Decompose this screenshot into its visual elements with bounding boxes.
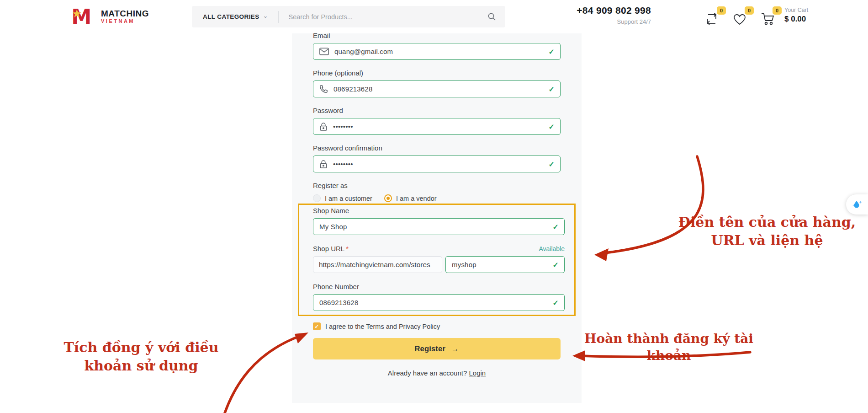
valid-check-icon: ✓ xyxy=(553,298,559,307)
categories-label: ALL CATEGORIES xyxy=(203,13,259,20)
compare-count-badge: 0 xyxy=(717,6,726,15)
shop-url-label: Shop URL xyxy=(313,245,344,252)
cart-total: $ 0.00 xyxy=(784,15,808,24)
chevron-down-icon: ⌄ xyxy=(263,12,268,19)
shop-url-field-group: Shop URL* Available https://matchingviet… xyxy=(313,245,565,273)
phone-icon xyxy=(319,85,328,93)
cart-button[interactable]: 0 xyxy=(761,9,782,26)
annotation-shop-fields: Điền tên của cửa hàng, URL và liện hệ xyxy=(666,213,868,249)
email-field[interactable]: ✓ xyxy=(313,43,561,60)
terms-row[interactable]: ✓ I agree to the Terms and Privacy Polic… xyxy=(313,322,561,330)
logo[interactable]: M MATCHING VIETNAM xyxy=(71,5,149,27)
email-input[interactable] xyxy=(334,48,545,55)
radio-vendor-label: I am a vendor xyxy=(396,195,437,202)
radio-customer-circle[interactable] xyxy=(313,194,321,202)
email-field-group: Email ✓ xyxy=(313,33,561,60)
search-bar: ALL CATEGORIES ⌄ xyxy=(192,6,505,27)
phone-label: Phone (optional) xyxy=(313,69,561,77)
shop-name-field[interactable]: ✓ xyxy=(313,218,565,235)
compare-icon xyxy=(705,13,719,26)
cart-info[interactable]: Your Cart $ 0.00 xyxy=(784,7,808,24)
radio-vendor[interactable]: I am a vendor xyxy=(384,194,437,202)
shop-phone-input[interactable] xyxy=(319,299,549,306)
shop-phone-field[interactable]: ✓ xyxy=(313,294,565,311)
lock-icon xyxy=(319,122,328,131)
support-caption: Support 24/7 xyxy=(539,18,651,25)
lock-icon xyxy=(319,160,328,169)
login-row: Already have an account? Login xyxy=(313,369,561,377)
search-button[interactable] xyxy=(478,12,505,21)
heart-icon xyxy=(733,13,746,26)
register-as-group: Register as I am a customer I am a vendo… xyxy=(313,182,561,202)
compare-button[interactable]: 0 xyxy=(705,9,726,26)
categories-dropdown[interactable]: ALL CATEGORIES ⌄ xyxy=(192,13,278,20)
search-icon xyxy=(487,12,496,21)
shop-name-field-group: Shop Name ✓ xyxy=(313,207,565,235)
required-asterisk: * xyxy=(346,245,349,252)
password-input[interactable] xyxy=(333,123,545,130)
search-input[interactable] xyxy=(279,13,478,21)
password-field[interactable]: ✓ xyxy=(313,118,561,135)
register-as-label: Register as xyxy=(313,182,561,189)
mail-icon xyxy=(319,48,329,55)
logo-letter: M xyxy=(71,5,91,27)
login-link[interactable]: Login xyxy=(469,369,486,377)
password-confirmation-input[interactable] xyxy=(333,160,545,168)
register-button-label: Register xyxy=(414,344,445,353)
password-confirmation-field-group: Password confirmation ✓ xyxy=(313,144,561,172)
support-phone-number: +84 909 802 998 xyxy=(539,5,651,16)
availability-status: Available xyxy=(539,245,565,252)
wishlist-button[interactable]: 0 xyxy=(733,9,754,26)
password-label: Password xyxy=(313,107,561,114)
radio-vendor-circle[interactable] xyxy=(384,194,392,202)
site-header: M MATCHING VIETNAM ALL CATEGORIES ⌄ +84 … xyxy=(0,0,868,33)
cart-label: Your Cart xyxy=(784,7,808,13)
shop-phone-label: Phone Number xyxy=(313,283,565,290)
shop-name-label: Shop Name xyxy=(313,207,565,215)
cart-icon xyxy=(761,12,775,26)
annotation-terms: Tích đồng ý với điều khoản sử dụng xyxy=(39,338,243,375)
vendor-fields-highlight-box: Shop Name ✓ Shop URL* Available https://… xyxy=(298,204,576,316)
annotation-register: Hoàn thành đăng ký tài khoản xyxy=(575,331,763,365)
terms-checkbox[interactable]: ✓ xyxy=(313,322,321,330)
registration-form-card: Email ✓ Phone (optional) ✓ Password ✓ xyxy=(292,33,582,403)
phone-input[interactable] xyxy=(333,85,545,93)
terms-label: I agree to the Terms and Privacy Policy xyxy=(325,323,440,330)
wishlist-count-badge: 0 xyxy=(745,6,754,15)
phone-field-group: Phone (optional) ✓ xyxy=(313,69,561,97)
arrow-right-icon: → xyxy=(451,344,459,353)
phone-field[interactable]: ✓ xyxy=(313,80,561,97)
password-confirmation-label: Password confirmation xyxy=(313,144,561,152)
logo-subtitle: VIETNAM xyxy=(101,18,149,24)
valid-check-icon: ✓ xyxy=(549,160,555,168)
radio-customer-label: I am a customer xyxy=(325,195,372,202)
valid-check-icon: ✓ xyxy=(549,85,555,93)
email-label: Email xyxy=(313,33,561,39)
cart-count-badge: 0 xyxy=(773,6,782,15)
extension-widget-button[interactable] xyxy=(846,194,868,215)
shop-url-field[interactable]: ✓ xyxy=(445,256,565,273)
valid-check-icon: ✓ xyxy=(549,122,555,131)
support-phone-block: +84 909 802 998 Support 24/7 xyxy=(539,5,651,25)
valid-check-icon: ✓ xyxy=(549,47,555,56)
password-confirmation-field[interactable]: ✓ xyxy=(313,156,561,172)
radio-customer[interactable]: I am a customer xyxy=(313,194,372,202)
arrowhead-shop-box xyxy=(594,248,609,261)
register-button[interactable]: Register → xyxy=(313,338,561,359)
water-drop-icon xyxy=(852,199,863,210)
logo-title: MATCHING xyxy=(101,9,149,18)
shop-url-prefix: https://matchingvietnam.com/stores xyxy=(313,256,442,273)
shop-url-input[interactable] xyxy=(452,261,549,268)
valid-check-icon: ✓ xyxy=(553,222,559,231)
logo-m-icon: M xyxy=(71,5,96,27)
shop-name-input[interactable] xyxy=(319,223,549,231)
shop-phone-field-group: Phone Number ✓ xyxy=(313,283,565,311)
login-prompt: Already have an account? xyxy=(388,369,469,377)
valid-check-icon: ✓ xyxy=(553,260,559,269)
password-field-group: Password ✓ xyxy=(313,107,561,135)
